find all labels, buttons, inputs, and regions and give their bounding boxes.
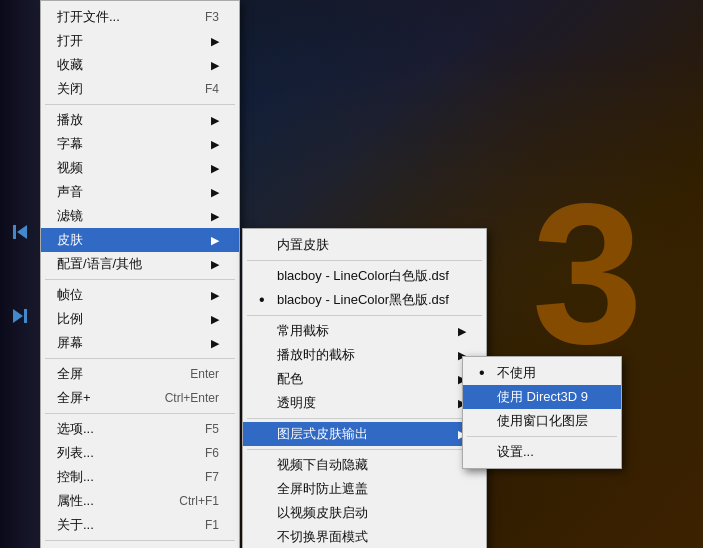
separator-1 <box>45 104 235 105</box>
submenu-skin-start-video[interactable]: 以视频皮肤启动 <box>243 501 486 525</box>
menu-item-filter[interactable]: 滤镜 ▶ <box>41 204 239 228</box>
submenu-skin-blacboy-black[interactable]: • blacboy - LineColor黑色版.dsf <box>243 288 486 312</box>
menu-item-fullscreen[interactable]: 全屏 Enter <box>41 362 239 386</box>
submenu-skin-no-switch[interactable]: 不切换界面模式 <box>243 525 486 548</box>
submenu-skin-sep-4 <box>247 449 482 450</box>
submenu-skin-builtin[interactable]: 内置皮肤 <box>243 233 486 257</box>
separator-4 <box>45 413 235 414</box>
background-number: 3 <box>532 159 643 389</box>
separator-3 <box>45 358 235 359</box>
submenu-layer-use-window-layer[interactable]: 使用窗口化图层 <box>463 409 621 433</box>
separator-5 <box>45 540 235 541</box>
svg-marker-0 <box>17 225 27 239</box>
submenu-skin-play-cursor[interactable]: 播放时的截标 ▶ <box>243 343 486 367</box>
menu-item-about[interactable]: 关于... F1 <box>41 513 239 537</box>
submenu-layer-no-use[interactable]: • 不使用 <box>463 361 621 385</box>
submenu-layer-sep-1 <box>467 436 617 437</box>
menu-item-favorites[interactable]: 收藏 ▶ <box>41 53 239 77</box>
prev-button-icon <box>8 220 32 244</box>
svg-marker-2 <box>13 309 23 323</box>
menu-item-list[interactable]: 列表... F6 <box>41 441 239 465</box>
submenu-skin-common-cursor[interactable]: 常用截标 ▶ <box>243 319 486 343</box>
menu-item-skin[interactable]: 皮肤 ▶ <box>41 228 239 252</box>
submenu-skin-transparency[interactable]: 透明度 ▶ <box>243 391 486 415</box>
menu-item-exit[interactable]: 退出 Alt+F4 <box>41 544 239 548</box>
submenu-skin-sep-3 <box>247 418 482 419</box>
menu-item-open[interactable]: 打开 ▶ <box>41 29 239 53</box>
submenu-layer-settings[interactable]: 设置... <box>463 440 621 464</box>
submenu-skin-sep-2 <box>247 315 482 316</box>
submenu-layer-output: • 不使用 使用 Direct3D 9 使用窗口化图层 设置... <box>462 356 622 469</box>
menu-item-audio[interactable]: 声音 ▶ <box>41 180 239 204</box>
submenu-skin-fullscreen-stop[interactable]: 全屏时防止遮盖 <box>243 477 486 501</box>
menu-item-close[interactable]: 关闭 F4 <box>41 77 239 101</box>
svg-rect-1 <box>13 225 16 239</box>
player-left-bar <box>0 0 40 548</box>
menu-item-config[interactable]: 配置/语言/其他 ▶ <box>41 252 239 276</box>
svg-rect-3 <box>24 309 27 323</box>
submenu-skin-layer-output[interactable]: 图层式皮肤输出 ▶ <box>243 422 486 446</box>
next-button-icon <box>8 304 32 328</box>
submenu-skin-blacboy-white[interactable]: blacboy - LineColor白色版.dsf <box>243 264 486 288</box>
main-context-menu: 打开文件... F3 打开 ▶ 收藏 ▶ 关闭 F4 播放 ▶ 字幕 ▶ 视频 … <box>40 0 240 548</box>
menu-item-frame[interactable]: 帧位 ▶ <box>41 283 239 307</box>
menu-item-subtitle[interactable]: 字幕 ▶ <box>41 132 239 156</box>
submenu-layer-use-d3d9[interactable]: 使用 Direct3D 9 <box>463 385 621 409</box>
menu-item-options[interactable]: 选项... F5 <box>41 417 239 441</box>
submenu-skin-sep-1 <box>247 260 482 261</box>
submenu-skin-color[interactable]: 配色 ▶ <box>243 367 486 391</box>
submenu-skin-video-hide[interactable]: 视频下自动隐藏 <box>243 453 486 477</box>
separator-2 <box>45 279 235 280</box>
menu-item-properties[interactable]: 属性... Ctrl+F1 <box>41 489 239 513</box>
menu-item-play[interactable]: 播放 ▶ <box>41 108 239 132</box>
submenu-skin: 内置皮肤 blacboy - LineColor白色版.dsf • blacbo… <box>242 228 487 548</box>
menu-item-ratio[interactable]: 比例 ▶ <box>41 307 239 331</box>
menu-item-open-file[interactable]: 打开文件... F3 <box>41 5 239 29</box>
menu-item-control[interactable]: 控制... F7 <box>41 465 239 489</box>
menu-item-fullscreen-plus[interactable]: 全屏+ Ctrl+Enter <box>41 386 239 410</box>
menu-item-screen[interactable]: 屏幕 ▶ <box>41 331 239 355</box>
menu-item-video[interactable]: 视频 ▶ <box>41 156 239 180</box>
